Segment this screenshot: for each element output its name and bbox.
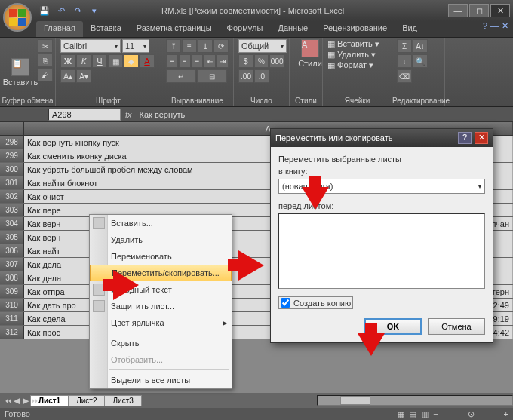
row-header[interactable]: 308 <box>0 271 24 284</box>
styles-button[interactable]: A Стили <box>294 39 326 68</box>
underline-button[interactable]: Ч <box>92 54 107 68</box>
align-top-icon[interactable]: ⤒ <box>166 39 181 53</box>
cut-icon[interactable]: ✂ <box>38 39 53 53</box>
indent-dec-icon[interactable]: ⇤ <box>204 54 216 68</box>
align-center-icon[interactable]: ≡ <box>179 54 191 68</box>
qat-more-icon[interactable]: ▾ <box>88 4 101 17</box>
dec-decimal-icon[interactable]: .0 <box>254 69 269 83</box>
minimize-button[interactable]: — <box>448 4 468 17</box>
paste-button[interactable]: 📋 Вставить <box>5 39 36 105</box>
row-header[interactable]: 305 <box>0 231 24 244</box>
clear-icon[interactable]: ⌫ <box>397 69 412 83</box>
context-menu-item[interactable]: Защитить лист... <box>90 298 232 314</box>
office-button[interactable] <box>3 3 32 32</box>
row-header[interactable]: 312 <box>0 326 24 339</box>
row-header[interactable]: 303 <box>0 204 24 216</box>
row-header[interactable]: 299 <box>0 149 24 162</box>
tab-layout[interactable]: Разметка страницы <box>129 21 220 37</box>
formula-input[interactable]: Как вернуть <box>137 110 513 119</box>
view-layout-icon[interactable]: ▤ <box>409 408 416 420</box>
zoom-in-icon[interactable]: + <box>504 408 508 420</box>
percent-icon[interactable]: % <box>254 54 269 68</box>
sort-icon[interactable]: A↓ <box>413 39 428 53</box>
tab-nav-first-icon[interactable]: ⏮ <box>3 396 12 406</box>
dialog-before-list[interactable] <box>278 213 485 289</box>
number-format-combo[interactable]: Общий▾ <box>238 39 287 53</box>
tab-nav-next-icon[interactable]: ▶ <box>21 396 30 406</box>
help-icon[interactable]: ? <box>483 21 487 37</box>
currency-icon[interactable]: $ <box>238 54 253 68</box>
row-header[interactable]: 298 <box>0 136 24 149</box>
name-box[interactable]: A298 <box>48 109 121 121</box>
sheet-tab-3[interactable]: Лист3 <box>104 395 141 406</box>
context-menu-item[interactable]: Выделить все листы <box>90 372 232 388</box>
align-left-icon[interactable]: ≡ <box>166 54 178 68</box>
redo-icon[interactable]: ↷ <box>71 4 84 17</box>
cells-format-button[interactable]: ▦ Формат ▾ <box>327 60 387 70</box>
tab-formulas[interactable]: Формулы <box>220 21 271 37</box>
align-mid-icon[interactable]: ≡ <box>182 39 197 53</box>
context-menu-item[interactable]: Цвет ярлычка▶ <box>90 314 232 331</box>
format-painter-icon[interactable]: 🖌 <box>38 68 53 81</box>
context-menu-item[interactable]: Скрыть <box>90 335 232 351</box>
copy-checkbox-input[interactable] <box>281 298 290 308</box>
close-button[interactable]: ✕ <box>490 4 510 17</box>
row-header[interactable]: 304 <box>0 217 24 230</box>
tab-nav-prev-icon[interactable]: ◀ <box>12 396 21 406</box>
tab-data[interactable]: Данные <box>270 21 315 37</box>
save-icon[interactable]: 💾 <box>38 4 51 17</box>
grow-font-icon[interactable]: А▴ <box>60 69 75 83</box>
select-all-corner[interactable] <box>0 122 24 135</box>
font-size-combo[interactable]: 11▾ <box>122 39 149 53</box>
view-break-icon[interactable]: ▥ <box>421 408 429 420</box>
zoom-slider[interactable]: ———⊙——— <box>443 408 499 420</box>
row-header[interactable]: 302 <box>0 190 24 203</box>
align-bot-icon[interactable]: ⤓ <box>198 39 213 53</box>
merge-icon[interactable]: ⊟ <box>197 69 227 83</box>
dialog-titlebar[interactable]: Переместить или скопировать ? ✕ <box>271 129 493 147</box>
cells-delete-button[interactable]: ▦ Удалить ▾ <box>327 50 387 60</box>
dialog-help-button[interactable]: ? <box>458 132 472 144</box>
copy-icon[interactable]: ⎘ <box>38 54 53 67</box>
dialog-copy-checkbox[interactable]: Создать копию <box>278 296 353 309</box>
border-button[interactable]: ▦ <box>108 54 123 68</box>
view-normal-icon[interactable]: ▦ <box>397 408 404 420</box>
h-scroll-thumb[interactable] <box>340 396 370 405</box>
autosum-icon[interactable]: Σ <box>397 39 412 53</box>
row-header[interactable]: 310 <box>0 299 24 311</box>
row-header[interactable]: 301 <box>0 176 24 189</box>
cells-insert-button[interactable]: ▦ Вставить ▾ <box>327 39 387 49</box>
row-header[interactable]: 300 <box>0 163 24 176</box>
font-name-combo[interactable]: Calibri▾ <box>60 39 121 53</box>
tab-home[interactable]: Главная <box>36 21 83 37</box>
fill-button[interactable]: ◆ <box>124 54 139 68</box>
inc-decimal-icon[interactable]: .00 <box>238 69 253 83</box>
indent-inc-icon[interactable]: ⇥ <box>217 54 229 68</box>
cancel-button[interactable]: Отмена <box>428 318 485 335</box>
context-menu-item[interactable]: Переименовать <box>90 248 232 265</box>
ribbon-min-icon[interactable]: — <box>490 21 499 37</box>
dialog-close-button[interactable]: ✕ <box>475 132 488 144</box>
bold-button[interactable]: Ж <box>60 54 75 68</box>
wrap-icon[interactable]: ↵ <box>166 69 196 83</box>
sheet-tab-2[interactable]: Лист2 <box>68 395 105 406</box>
row-header[interactable]: 311 <box>0 312 24 325</box>
tab-review[interactable]: Рецензирование <box>315 21 395 37</box>
align-right-icon[interactable]: ≡ <box>192 54 204 68</box>
ribbon-close-icon[interactable]: ✕ <box>502 21 508 37</box>
italic-button[interactable]: К <box>76 54 91 68</box>
tab-view[interactable]: Вид <box>395 21 425 37</box>
context-menu-item[interactable]: Вставить... <box>90 215 232 231</box>
row-header[interactable]: 309 <box>0 285 24 298</box>
row-header[interactable]: 307 <box>0 258 24 271</box>
tab-nav-last-icon[interactable]: ⏭ <box>30 396 39 406</box>
orient-icon[interactable]: ⟳ <box>213 39 229 53</box>
context-menu-item[interactable]: Удалить <box>90 231 232 248</box>
tab-insert[interactable]: Вставка <box>83 21 129 37</box>
fill-down-icon[interactable]: ↓ <box>397 54 412 68</box>
fx-icon[interactable]: fx <box>125 110 132 119</box>
h-scrollbar[interactable] <box>317 395 513 406</box>
comma-icon[interactable]: 000 <box>269 54 284 68</box>
row-header[interactable]: 306 <box>0 244 24 257</box>
undo-icon[interactable]: ↶ <box>54 4 68 17</box>
